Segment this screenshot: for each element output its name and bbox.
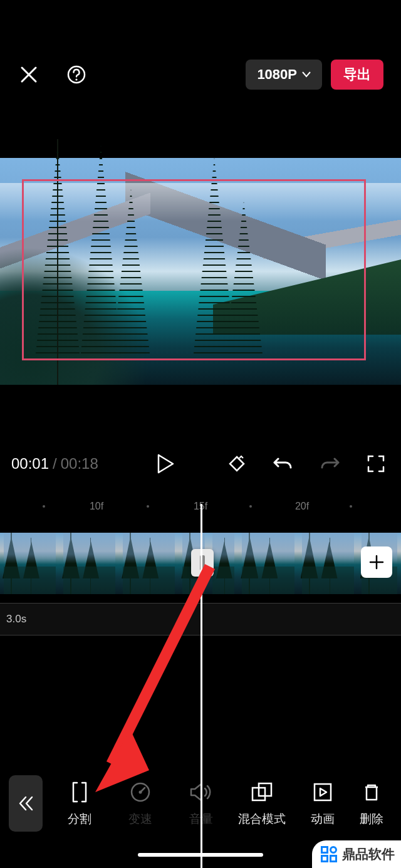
tool-split[interactable]: 分割 <box>49 780 110 827</box>
toolbar-back-button[interactable] <box>9 775 43 832</box>
keyframe-button[interactable] <box>223 450 251 478</box>
ruler-dot <box>249 505 252 508</box>
watermark-text: 鼎品软件 <box>342 845 395 863</box>
tool-blend[interactable]: 混合模式 <box>231 780 292 827</box>
current-time: 00:01 <box>11 455 49 473</box>
tool-delete[interactable]: 删除 <box>353 780 390 827</box>
fullscreen-icon <box>367 455 385 473</box>
svg-rect-8 <box>315 784 331 800</box>
clip-thumbnail[interactable] <box>60 533 119 594</box>
help-icon <box>66 65 86 85</box>
close-button[interactable] <box>18 63 40 86</box>
watermark-logo-icon <box>321 846 337 862</box>
resolution-dropdown[interactable]: 1080P <box>246 60 322 90</box>
chevron-down-icon <box>302 71 311 78</box>
ruler-dot <box>350 505 352 508</box>
ruler-dot <box>43 505 45 508</box>
animation-icon <box>313 782 333 802</box>
clip-thumbnail[interactable] <box>298 533 358 594</box>
svg-point-5 <box>138 791 142 794</box>
speed-icon <box>130 782 151 803</box>
close-icon <box>19 65 38 84</box>
crop-rect[interactable] <box>22 179 366 360</box>
tool-animation-label: 动画 <box>311 811 335 827</box>
split-icon <box>70 782 90 803</box>
undo-button[interactable] <box>269 450 297 478</box>
header-bar: 1080P 导出 <box>0 53 401 97</box>
tool-delete-label: 删除 <box>360 811 383 827</box>
playhead[interactable] <box>200 504 202 868</box>
clip-thumbnail[interactable] <box>119 533 179 594</box>
keyframe-icon <box>227 454 246 473</box>
redo-icon <box>320 455 340 473</box>
tool-blend-label: 混合模式 <box>238 811 286 827</box>
timeline[interactable]: 3.0s <box>0 521 401 766</box>
watermark: 鼎品软件 <box>312 840 401 868</box>
timecode: 00:01 / 00:18 <box>11 455 98 473</box>
blend-icon <box>251 782 273 803</box>
svg-point-1 <box>75 78 77 80</box>
overlay-duration: 3.0s <box>6 613 26 625</box>
fullscreen-button[interactable] <box>362 450 390 478</box>
play-button[interactable] <box>152 450 179 478</box>
total-time: 00:18 <box>61 455 98 473</box>
tool-split-label: 分割 <box>68 811 91 827</box>
clip-thumbnail[interactable] <box>0 533 60 594</box>
time-separator: / <box>53 455 57 473</box>
add-clip-button[interactable] <box>361 546 392 578</box>
redo-button[interactable] <box>316 450 343 478</box>
export-label: 导出 <box>343 65 371 84</box>
playback-bar: 00:01 / 00:18 <box>0 444 401 484</box>
undo-icon <box>273 455 293 473</box>
tool-animation[interactable]: 动画 <box>292 780 353 827</box>
resolution-label: 1080P <box>257 66 297 83</box>
transition-button[interactable] <box>191 549 214 577</box>
video-preview[interactable] <box>0 158 401 385</box>
playbar-actions <box>223 450 390 478</box>
ruler-tick: 20f <box>295 501 309 512</box>
tool-speed-label: 变速 <box>128 811 152 827</box>
delete-icon <box>362 782 382 802</box>
chevrons-left-icon <box>17 795 34 812</box>
ruler-dot <box>147 505 149 508</box>
plus-icon <box>369 555 384 570</box>
tool-speed[interactable]: 变速 <box>110 780 170 827</box>
help-button[interactable] <box>65 63 88 86</box>
clip-thumbnail[interactable] <box>238 533 298 594</box>
play-icon <box>157 454 174 474</box>
svg-line-3 <box>112 567 210 764</box>
export-button[interactable]: 导出 <box>331 60 383 90</box>
header-left <box>18 63 88 86</box>
ruler-tick: 10f <box>90 501 103 512</box>
